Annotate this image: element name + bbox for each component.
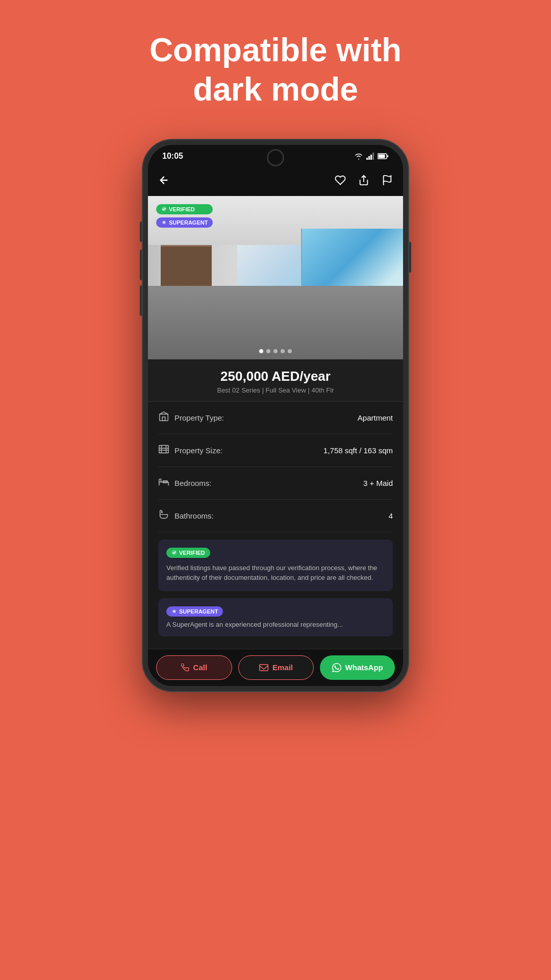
toolbar-right xyxy=(335,175,393,189)
superagent-star-icon xyxy=(161,219,167,225)
whatsapp-button[interactable]: WhatsApp xyxy=(320,655,395,680)
toolbar xyxy=(148,167,403,196)
svg-rect-5 xyxy=(387,155,388,157)
svg-rect-6 xyxy=(379,154,385,158)
room-floor xyxy=(148,286,403,359)
headline: Compatible with dark mode xyxy=(109,31,442,109)
scroll-area: 250,000 AED/year Best 02 Series | Full S… xyxy=(148,359,403,649)
report-button[interactable] xyxy=(382,175,393,189)
price-main: 250,000 AED/year xyxy=(158,369,393,384)
whatsapp-icon xyxy=(332,663,341,672)
power-button xyxy=(408,242,411,273)
price-section: 250,000 AED/year Best 02 Series | Full S… xyxy=(148,359,403,402)
detail-row-bathrooms: Bathrooms: 4 xyxy=(158,500,393,532)
verified-info-text: Verified listings have passed through ou… xyxy=(166,563,385,583)
svg-rect-2 xyxy=(370,155,372,160)
detail-row-size: Property Size: 1,758 sqft / 163 sqm xyxy=(158,434,393,467)
svg-rect-15 xyxy=(260,665,268,671)
detail-row-bedrooms: Bedrooms: 3 + Maid xyxy=(158,467,393,500)
superagent-info-box: SUPERAGENT A SuperAgent is an experience… xyxy=(158,598,393,636)
call-button[interactable]: Call xyxy=(156,655,232,680)
property-size-icon xyxy=(158,444,174,457)
verified-info-icon xyxy=(171,550,177,555)
status-bar: 10:05 xyxy=(148,145,403,167)
call-icon xyxy=(181,664,189,672)
dot-4 xyxy=(281,349,285,353)
dot-3 xyxy=(273,349,278,353)
property-image[interactable]: VERIFIED SUPERAGENT xyxy=(148,196,403,359)
headline-line2: dark mode xyxy=(193,71,358,108)
property-type-value: Apartment xyxy=(358,413,393,422)
detail-row-type: Property Type: Apartment xyxy=(158,402,393,434)
property-size-label: Property Size: xyxy=(174,446,323,455)
svg-point-13 xyxy=(161,511,162,512)
action-bar: Call Email WhatsApp xyxy=(148,649,403,686)
phone-screen: 10:05 xyxy=(143,140,408,691)
dot-2 xyxy=(266,349,270,353)
battery-icon xyxy=(378,153,389,159)
room-cabinet xyxy=(161,245,212,286)
toolbar-left xyxy=(158,175,169,189)
heart-icon xyxy=(335,175,346,186)
superagent-badge: SUPERAGENT xyxy=(156,217,213,228)
verified-check-icon xyxy=(161,206,167,212)
bathrooms-icon xyxy=(158,509,174,523)
svg-rect-10 xyxy=(162,417,165,421)
bedrooms-icon xyxy=(158,476,174,490)
status-icons xyxy=(354,153,389,160)
dot-1 xyxy=(259,349,263,353)
dot-5 xyxy=(288,349,292,353)
back-button[interactable] xyxy=(158,175,169,189)
bedrooms-value: 3 + Maid xyxy=(363,479,393,487)
svg-rect-9 xyxy=(160,414,168,421)
share-icon xyxy=(358,175,369,186)
property-type-label: Property Type: xyxy=(174,413,358,422)
favorite-button[interactable] xyxy=(335,175,346,189)
verified-info-box: VERIFIED Verified listings have passed t… xyxy=(158,540,393,591)
share-button[interactable] xyxy=(358,175,369,189)
email-icon xyxy=(259,664,268,671)
bathrooms-value: 4 xyxy=(389,511,393,520)
superagent-info-text: A SuperAgent is an experienced professio… xyxy=(166,621,385,628)
price-description: Best 02 Series | Full Sea View | 40th Fl… xyxy=(158,386,393,394)
svg-rect-11 xyxy=(159,445,168,453)
wifi-icon xyxy=(354,153,363,160)
superagent-info-badge: SUPERAGENT xyxy=(166,606,223,617)
svg-rect-1 xyxy=(368,156,370,160)
bathrooms-label: Bathrooms: xyxy=(174,511,389,520)
verified-info-badge: VERIFIED xyxy=(166,548,210,558)
back-icon xyxy=(158,175,169,186)
superagent-info-icon xyxy=(171,608,177,614)
signal-icon xyxy=(366,153,374,160)
status-time: 10:05 xyxy=(162,152,183,161)
phone-mockup: 10:05 xyxy=(143,140,408,691)
verified-badge: VERIFIED xyxy=(156,204,213,214)
property-details: Property Type: Apartment Property Size: … xyxy=(148,402,403,649)
headline-line1: Compatible with xyxy=(149,32,402,68)
svg-rect-0 xyxy=(366,158,368,160)
property-size-value: 1,758 sqft / 163 sqm xyxy=(323,446,393,455)
svg-rect-3 xyxy=(372,153,374,160)
bedrooms-label: Bedrooms: xyxy=(174,479,363,487)
property-type-icon xyxy=(158,411,174,425)
property-badges: VERIFIED SUPERAGENT xyxy=(156,204,213,228)
email-button[interactable]: Email xyxy=(238,655,314,680)
flag-icon xyxy=(382,175,393,186)
image-pagination-dots xyxy=(259,349,292,353)
